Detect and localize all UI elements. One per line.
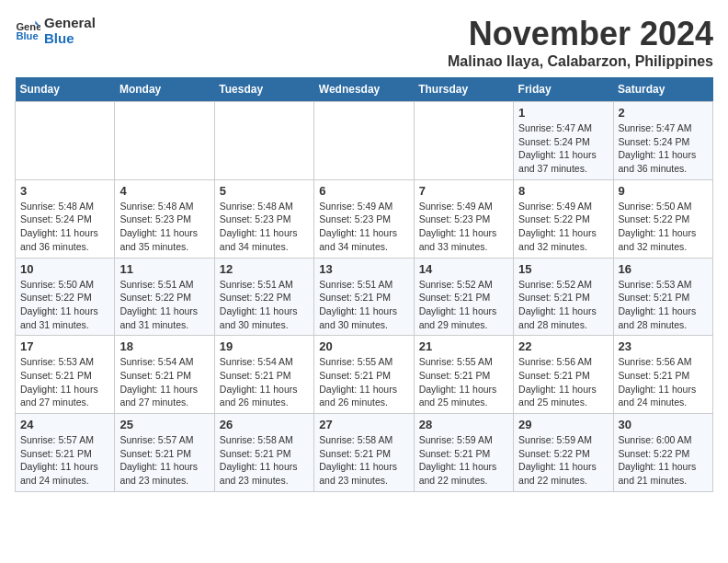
calendar-cell: 21Sunrise: 5:55 AM Sunset: 5:21 PM Dayli… <box>414 336 513 414</box>
calendar-week-1: 1Sunrise: 5:47 AM Sunset: 5:24 PM Daylig… <box>16 102 713 180</box>
day-number: 6 <box>319 184 408 198</box>
day-number: 28 <box>419 418 508 431</box>
day-number: 4 <box>119 184 209 198</box>
calendar-cell <box>16 102 115 180</box>
day-info: Sunrise: 5:51 AM Sunset: 5:22 PM Dayligh… <box>119 278 209 332</box>
day-number: 27 <box>319 418 408 431</box>
calendar-cell: 28Sunrise: 5:59 AM Sunset: 5:21 PM Dayli… <box>414 414 513 492</box>
calendar-cell: 30Sunrise: 6:00 AM Sunset: 5:22 PM Dayli… <box>613 414 712 492</box>
calendar-cell: 29Sunrise: 5:59 AM Sunset: 5:22 PM Dayli… <box>514 414 613 492</box>
day-number: 5 <box>220 184 309 198</box>
calendar-cell: 23Sunrise: 5:56 AM Sunset: 5:21 PM Dayli… <box>613 336 712 414</box>
logo-line1: General <box>44 15 96 30</box>
day-info: Sunrise: 5:53 AM Sunset: 5:21 PM Dayligh… <box>20 355 109 409</box>
day-number: 12 <box>220 262 309 276</box>
calendar-cell <box>214 102 313 180</box>
calendar-cell: 8Sunrise: 5:49 AM Sunset: 5:22 PM Daylig… <box>514 179 613 258</box>
day-number: 19 <box>220 339 309 353</box>
svg-text:Blue: Blue <box>16 30 38 41</box>
day-info: Sunrise: 5:57 AM Sunset: 5:21 PM Dayligh… <box>20 433 109 488</box>
day-number: 14 <box>419 262 508 276</box>
day-info: Sunrise: 5:55 AM Sunset: 5:21 PM Dayligh… <box>419 355 508 409</box>
day-info: Sunrise: 5:51 AM Sunset: 5:21 PM Dayligh… <box>319 278 408 332</box>
calendar-week-4: 17Sunrise: 5:53 AM Sunset: 5:21 PM Dayli… <box>16 336 713 414</box>
calendar-cell: 9Sunrise: 5:50 AM Sunset: 5:22 PM Daylig… <box>613 179 712 258</box>
day-info: Sunrise: 5:59 AM Sunset: 5:21 PM Dayligh… <box>419 433 508 488</box>
day-number: 3 <box>20 184 109 198</box>
calendar-week-5: 24Sunrise: 5:57 AM Sunset: 5:21 PM Dayli… <box>16 414 713 492</box>
calendar-cell <box>314 102 414 180</box>
calendar-cell: 1Sunrise: 5:47 AM Sunset: 5:24 PM Daylig… <box>514 102 613 180</box>
calendar-cell: 12Sunrise: 5:51 AM Sunset: 5:22 PM Dayli… <box>214 258 313 336</box>
day-info: Sunrise: 5:49 AM Sunset: 5:23 PM Dayligh… <box>319 200 408 254</box>
column-header-saturday: Saturday <box>613 77 712 102</box>
calendar-cell: 20Sunrise: 5:55 AM Sunset: 5:21 PM Dayli… <box>314 336 414 414</box>
calendar-cell: 14Sunrise: 5:52 AM Sunset: 5:21 PM Dayli… <box>414 258 513 336</box>
day-number: 29 <box>518 418 608 431</box>
day-info: Sunrise: 5:56 AM Sunset: 5:21 PM Dayligh… <box>518 355 608 409</box>
header-row: SundayMondayTuesdayWednesdayThursdayFrid… <box>16 77 713 102</box>
day-info: Sunrise: 5:48 AM Sunset: 5:23 PM Dayligh… <box>220 200 309 254</box>
day-info: Sunrise: 5:57 AM Sunset: 5:21 PM Dayligh… <box>119 433 209 488</box>
calendar-cell <box>414 102 513 180</box>
day-info: Sunrise: 5:55 AM Sunset: 5:21 PM Dayligh… <box>319 355 408 409</box>
calendar-cell: 2Sunrise: 5:47 AM Sunset: 5:24 PM Daylig… <box>613 102 712 180</box>
calendar-cell: 13Sunrise: 5:51 AM Sunset: 5:21 PM Dayli… <box>314 258 414 336</box>
day-number: 13 <box>319 262 408 276</box>
calendar-cell: 16Sunrise: 5:53 AM Sunset: 5:21 PM Dayli… <box>613 258 712 336</box>
day-info: Sunrise: 5:54 AM Sunset: 5:21 PM Dayligh… <box>119 355 209 409</box>
day-number: 26 <box>220 418 309 431</box>
day-number: 17 <box>20 339 109 353</box>
day-number: 23 <box>619 339 708 353</box>
calendar-cell: 11Sunrise: 5:51 AM Sunset: 5:22 PM Dayli… <box>115 258 214 336</box>
calendar-cell: 3Sunrise: 5:48 AM Sunset: 5:24 PM Daylig… <box>16 179 115 258</box>
day-info: Sunrise: 5:51 AM Sunset: 5:22 PM Dayligh… <box>220 278 309 332</box>
day-number: 2 <box>619 106 708 120</box>
day-number: 1 <box>518 106 608 120</box>
day-info: Sunrise: 5:54 AM Sunset: 5:21 PM Dayligh… <box>220 355 309 409</box>
calendar-cell: 4Sunrise: 5:48 AM Sunset: 5:23 PM Daylig… <box>115 179 214 258</box>
day-info: Sunrise: 5:50 AM Sunset: 5:22 PM Dayligh… <box>619 200 708 254</box>
month-title: November 2024 <box>448 15 713 53</box>
day-info: Sunrise: 5:49 AM Sunset: 5:23 PM Dayligh… <box>419 200 508 254</box>
day-number: 10 <box>20 262 109 276</box>
day-info: Sunrise: 5:49 AM Sunset: 5:22 PM Dayligh… <box>518 200 608 254</box>
calendar-cell: 24Sunrise: 5:57 AM Sunset: 5:21 PM Dayli… <box>16 414 115 492</box>
day-number: 25 <box>119 418 209 431</box>
page-header: General Blue General Blue November 2024 … <box>15 15 713 70</box>
day-number: 8 <box>518 184 608 198</box>
day-number: 15 <box>518 262 608 276</box>
calendar-cell: 15Sunrise: 5:52 AM Sunset: 5:21 PM Dayli… <box>514 258 613 336</box>
calendar-cell: 26Sunrise: 5:58 AM Sunset: 5:21 PM Dayli… <box>214 414 313 492</box>
day-number: 24 <box>20 418 109 431</box>
calendar-cell: 19Sunrise: 5:54 AM Sunset: 5:21 PM Dayli… <box>214 336 313 414</box>
day-number: 18 <box>119 339 209 353</box>
column-header-friday: Friday <box>514 77 613 102</box>
day-info: Sunrise: 5:56 AM Sunset: 5:21 PM Dayligh… <box>619 355 708 409</box>
calendar-cell: 10Sunrise: 5:50 AM Sunset: 5:22 PM Dayli… <box>16 258 115 336</box>
logo-icon: General Blue <box>15 17 40 43</box>
title-block: November 2024 Malinao Ilaya, Calabarzon,… <box>448 15 713 70</box>
column-header-thursday: Thursday <box>414 77 513 102</box>
day-info: Sunrise: 5:50 AM Sunset: 5:22 PM Dayligh… <box>20 278 109 332</box>
column-header-monday: Monday <box>115 77 214 102</box>
day-info: Sunrise: 5:53 AM Sunset: 5:21 PM Dayligh… <box>619 278 708 332</box>
location-subtitle: Malinao Ilaya, Calabarzon, Philippines <box>448 53 713 70</box>
day-info: Sunrise: 5:47 AM Sunset: 5:24 PM Dayligh… <box>518 121 608 176</box>
day-info: Sunrise: 5:58 AM Sunset: 5:21 PM Dayligh… <box>319 433 408 488</box>
day-info: Sunrise: 6:00 AM Sunset: 5:22 PM Dayligh… <box>619 433 708 488</box>
calendar-cell: 7Sunrise: 5:49 AM Sunset: 5:23 PM Daylig… <box>414 179 513 258</box>
calendar-cell: 17Sunrise: 5:53 AM Sunset: 5:21 PM Dayli… <box>16 336 115 414</box>
column-header-wednesday: Wednesday <box>314 77 414 102</box>
calendar-week-2: 3Sunrise: 5:48 AM Sunset: 5:24 PM Daylig… <box>16 179 713 258</box>
calendar-cell: 5Sunrise: 5:48 AM Sunset: 5:23 PM Daylig… <box>214 179 313 258</box>
calendar-cell: 27Sunrise: 5:58 AM Sunset: 5:21 PM Dayli… <box>314 414 414 492</box>
day-info: Sunrise: 5:58 AM Sunset: 5:21 PM Dayligh… <box>220 433 309 488</box>
day-info: Sunrise: 5:52 AM Sunset: 5:21 PM Dayligh… <box>419 278 508 332</box>
calendar-cell: 22Sunrise: 5:56 AM Sunset: 5:21 PM Dayli… <box>514 336 613 414</box>
calendar-cell: 18Sunrise: 5:54 AM Sunset: 5:21 PM Dayli… <box>115 336 214 414</box>
day-number: 7 <box>419 184 508 198</box>
day-info: Sunrise: 5:59 AM Sunset: 5:22 PM Dayligh… <box>518 433 608 488</box>
day-number: 22 <box>518 339 608 353</box>
calendar-table: SundayMondayTuesdayWednesdayThursdayFrid… <box>15 77 713 492</box>
